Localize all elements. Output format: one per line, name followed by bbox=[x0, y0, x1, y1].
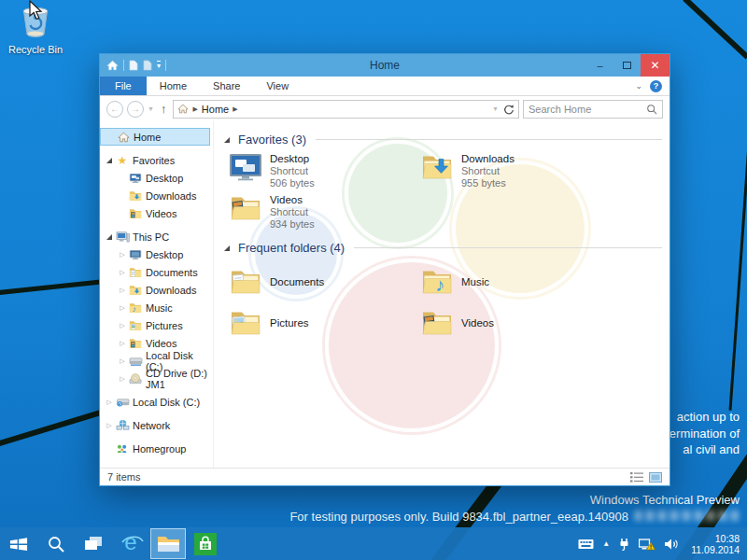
file-explorer-button[interactable] bbox=[150, 528, 186, 559]
videos-folder-icon bbox=[128, 207, 143, 219]
local-disk-icon bbox=[115, 396, 130, 408]
network-status-icon[interactable] bbox=[639, 538, 655, 551]
sidebar-item-pc-pictures[interactable]: ▷ Pictures bbox=[100, 316, 213, 334]
tab-share[interactable]: Share bbox=[200, 77, 253, 95]
collapsed-arrow-icon[interactable]: ▷ bbox=[117, 251, 128, 259]
clock-date: 11.09.2014 bbox=[691, 544, 740, 555]
sidebar-item-pc-downloads[interactable]: ▷ Downloads bbox=[100, 281, 213, 299]
collapsed-arrow-icon[interactable]: ▷ bbox=[117, 269, 128, 276]
ribbon-collapse-chevron-icon[interactable]: ⌄ bbox=[635, 81, 642, 91]
qat-home-icon[interactable] bbox=[106, 60, 119, 71]
breadcrumb-arrow-icon[interactable]: ▶ bbox=[233, 105, 237, 113]
downloads-folder-icon bbox=[128, 284, 143, 296]
forward-button[interactable]: → bbox=[127, 101, 144, 118]
videos-folder-icon bbox=[228, 194, 262, 223]
up-button[interactable]: ↑ bbox=[158, 102, 170, 116]
sidebar-item-pc-documents[interactable]: ▷ Documents bbox=[100, 263, 213, 281]
sidebar-item-desktop[interactable]: Desktop bbox=[100, 169, 213, 187]
address-dropdown-chevron-icon[interactable]: ▼ bbox=[492, 105, 499, 112]
tile-pictures[interactable]: Pictures bbox=[228, 302, 419, 343]
section-header-favorites[interactable]: Favorites (3) bbox=[221, 133, 662, 147]
maximize-button[interactable] bbox=[613, 54, 641, 77]
network-icon bbox=[115, 419, 130, 431]
tile-music[interactable]: ♪ Music bbox=[419, 261, 611, 302]
sidebar-item-pc-cd-drive[interactable]: ▷ CD Drive (D:) JM1 bbox=[100, 370, 213, 387]
touch-keyboard-icon[interactable] bbox=[578, 539, 594, 550]
minimize-button[interactable]: – bbox=[586, 54, 613, 77]
collapsed-arrow-icon[interactable]: ▷ bbox=[117, 304, 128, 312]
collapsed-arrow-icon[interactable]: ▷ bbox=[104, 399, 115, 406]
sidebar-item-pc-music[interactable]: ▷ ♪ Music bbox=[100, 299, 213, 316]
details-view-icon[interactable] bbox=[630, 472, 643, 483]
refresh-icon[interactable] bbox=[502, 104, 514, 115]
collapsed-arrow-icon[interactable]: ▷ bbox=[117, 287, 128, 294]
desktop-eula-text: action up to ermination of al civil and bbox=[669, 409, 740, 458]
sidebar-item-favorites[interactable]: ★ Favorites bbox=[100, 151, 213, 169]
taskbar-clock[interactable]: 10:38 11.09.2014 bbox=[687, 533, 740, 555]
breadcrumb-item-home[interactable]: Home bbox=[202, 104, 229, 115]
file-explorer-icon bbox=[157, 535, 180, 553]
local-disk-icon bbox=[128, 355, 143, 367]
collapsed-arrow-icon[interactable]: ▷ bbox=[117, 375, 128, 383]
volume-icon[interactable] bbox=[664, 538, 679, 551]
search-input[interactable] bbox=[529, 104, 646, 115]
tab-file[interactable]: File bbox=[100, 77, 147, 95]
videos-folder-icon bbox=[419, 309, 454, 338]
tile-documents[interactable]: Documents bbox=[228, 261, 419, 302]
titlebar[interactable]: ▾ Home – ✕ bbox=[100, 54, 669, 77]
expanded-arrow-icon[interactable] bbox=[104, 158, 115, 163]
tile-desktop-shortcut[interactable]: Desktop Shortcut 506 bytes bbox=[228, 153, 419, 194]
search-icon[interactable] bbox=[646, 104, 657, 115]
tile-size: 934 bytes bbox=[270, 218, 315, 231]
section-header-frequent-folders[interactable]: Frequent folders (4) bbox=[221, 241, 662, 255]
close-button[interactable]: ✕ bbox=[641, 54, 669, 77]
tile-videos[interactable]: Videos bbox=[419, 302, 611, 343]
collapsed-arrow-icon[interactable]: ▷ bbox=[104, 422, 115, 429]
internet-explorer-button[interactable]: e bbox=[112, 527, 149, 560]
tab-home[interactable]: Home bbox=[147, 77, 200, 95]
watermark-line2: For testing purposes only. Build 9834.fb… bbox=[289, 509, 740, 525]
eula-line: ermination of bbox=[669, 426, 740, 442]
sidebar-item-homegroup[interactable]: Homegroup bbox=[100, 440, 213, 457]
sidebar-item-local-disk-c[interactable]: ▷ Local Disk (C:) bbox=[100, 393, 213, 411]
task-view-button[interactable] bbox=[75, 527, 112, 560]
wallpaper-beam bbox=[729, 131, 747, 410]
qat-new-folder-icon[interactable] bbox=[143, 60, 152, 71]
tab-view[interactable]: View bbox=[253, 77, 302, 95]
qat-properties-icon[interactable] bbox=[129, 60, 138, 71]
sidebar-item-home[interactable]: Home bbox=[100, 128, 210, 146]
collapsed-arrow-icon[interactable]: ▷ bbox=[117, 340, 128, 347]
expanded-arrow-icon bbox=[221, 137, 233, 143]
tile-name: Videos bbox=[461, 317, 494, 329]
quick-access-toolbar: ▾ bbox=[100, 60, 166, 71]
search-taskbar-button[interactable] bbox=[37, 527, 75, 560]
sidebar-item-network[interactable]: ▷ Network bbox=[100, 416, 213, 434]
help-icon[interactable]: ? bbox=[650, 80, 662, 92]
tile-videos-shortcut[interactable]: Videos Shortcut 934 bytes bbox=[228, 194, 419, 235]
tile-type: Shortcut bbox=[270, 165, 315, 177]
homegroup-icon bbox=[115, 442, 130, 455]
sidebar-item-pc-desktop[interactable]: ▷ Desktop bbox=[100, 245, 213, 263]
sidebar-item-videos[interactable]: Videos bbox=[100, 204, 213, 222]
power-plug-icon[interactable] bbox=[618, 538, 630, 551]
sidebar-item-downloads[interactable]: Downloads bbox=[100, 187, 213, 204]
downloads-folder-icon bbox=[128, 189, 143, 202]
desktop-shortcut-icon bbox=[228, 153, 262, 182]
collapsed-arrow-icon[interactable]: ▷ bbox=[117, 357, 128, 365]
home-icon bbox=[116, 132, 131, 143]
collapsed-arrow-icon[interactable]: ▷ bbox=[117, 322, 128, 329]
qat-customize-chevron-icon[interactable]: ▾ bbox=[157, 61, 161, 70]
back-button[interactable]: ← bbox=[106, 101, 123, 118]
pictures-folder-icon bbox=[128, 319, 143, 331]
recent-locations-chevron-icon[interactable]: ▼ bbox=[148, 105, 154, 112]
start-button[interactable] bbox=[0, 527, 37, 560]
show-hidden-icons-chevron[interactable]: ▲ bbox=[602, 539, 610, 548]
tile-downloads-shortcut[interactable]: Downloads Shortcut 955 bytes bbox=[419, 153, 611, 194]
expanded-arrow-icon[interactable] bbox=[104, 234, 115, 240]
search-box bbox=[523, 100, 663, 119]
breadcrumb[interactable]: ▶ Home ▶ ▼ bbox=[173, 100, 519, 119]
sidebar-item-this-pc[interactable]: This PC bbox=[100, 228, 213, 245]
window-controls: – ✕ bbox=[586, 54, 669, 77]
thumbnail-view-icon[interactable] bbox=[649, 472, 662, 483]
store-button[interactable] bbox=[187, 527, 224, 560]
